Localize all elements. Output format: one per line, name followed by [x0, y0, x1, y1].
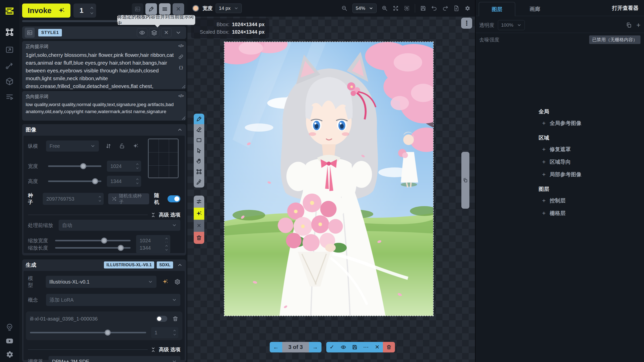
height-input[interactable]: 1344 [107, 176, 141, 187]
filters-button[interactable] [194, 196, 204, 208]
step-up-icon[interactable] [165, 237, 168, 240]
next-image-button[interactable]: → [309, 342, 321, 352]
step-down-icon[interactable] [136, 182, 139, 185]
seed-input[interactable]: 2097769753 [43, 193, 103, 205]
new-session-icon[interactable] [453, 5, 459, 11]
staging-drawer-handle[interactable] [461, 152, 469, 209]
add-regional-reference-image[interactable]: + 局部参考图像 [539, 171, 639, 178]
positive-prompt-box[interactable]: 正向提示词 1girl,solo,cherry blossoms,hair fl… [22, 41, 186, 89]
template-expand-button[interactable] [173, 28, 184, 37]
redo-icon[interactable] [442, 5, 448, 11]
step-up-icon[interactable] [136, 178, 139, 180]
fit-bbox-icon[interactable] [404, 5, 410, 11]
template-image-button[interactable] [25, 28, 35, 38]
add-regional-guidance[interactable]: + 区域导向 [539, 158, 639, 165]
step-up-icon[interactable] [165, 245, 168, 247]
add-inpaint-mask[interactable]: + 修复遮罩 [539, 146, 639, 153]
canvas-image[interactable] [224, 41, 434, 316]
step-down-icon[interactable] [136, 167, 139, 169]
fit-to-view-icon[interactable] [393, 5, 399, 11]
accept-image-button[interactable]: ✓ [326, 342, 338, 352]
model-select[interactable]: Illustrious-XL-v0.1 [46, 276, 157, 288]
pan-tool[interactable] [194, 156, 204, 166]
whats-new-icon[interactable] [5, 323, 15, 333]
queue-increment-icon[interactable] [90, 6, 94, 9]
preview-image-button[interactable] [338, 342, 349, 352]
model-sparkle-icon[interactable] [162, 279, 168, 285]
tab-layers[interactable]: 图层 [479, 2, 515, 16]
step-up-icon[interactable] [98, 196, 102, 198]
scale-before-select[interactable]: 自动 [59, 220, 180, 231]
brush-tool[interactable] [194, 114, 204, 124]
cancel-region-button[interactable]: ✕ [194, 220, 204, 232]
positive-prompt-resize-handle[interactable] [181, 84, 185, 88]
scaled-width-slider[interactable] [55, 240, 131, 241]
invoke-region-button[interactable] [194, 208, 204, 220]
positive-prompt-text[interactable]: 1girl,solo,cherry blossoms,hair flower,p… [26, 51, 177, 90]
chevron-up-icon[interactable] [177, 262, 183, 268]
canvas-context-menu-button[interactable]: ⋮ [461, 18, 472, 29]
rect-tool[interactable] [194, 135, 204, 145]
template-gallery-button[interactable] [132, 3, 143, 15]
template-close-button[interactable]: ✕ [173, 3, 184, 15]
prompt-syntax-icon[interactable]: </> [178, 94, 184, 99]
zoom-in-icon[interactable] [382, 5, 388, 11]
move-tool[interactable] [194, 145, 204, 156]
brush-width-select[interactable]: 14 px [216, 4, 242, 13]
model-settings-gear-icon[interactable] [174, 279, 180, 285]
discard-all-button[interactable] [383, 342, 395, 352]
image-advanced-options[interactable]: 高级 选项 [28, 211, 180, 218]
tab-gallery[interactable]: 画廊 [518, 2, 551, 16]
add-global-reference-image[interactable]: + 全局参考图像 [539, 120, 639, 127]
settings-icon[interactable] [5, 349, 15, 359]
brush-color-swatch[interactable] [192, 5, 199, 12]
discard-image-button[interactable]: ✕ [372, 342, 383, 352]
tab-canvas-icon[interactable] [5, 27, 15, 37]
lora-weight-slider[interactable] [30, 332, 146, 333]
invoke-button[interactable]: Invoke [22, 4, 70, 18]
zoom-level-select[interactable]: 54% [352, 4, 377, 13]
opacity-select[interactable]: 100% [498, 20, 525, 30]
negative-prompt-resize-handle[interactable] [181, 116, 185, 120]
unlock-aspect-icon[interactable] [119, 143, 125, 149]
tab-queue-icon[interactable] [5, 92, 15, 102]
tab-models-icon[interactable] [5, 76, 15, 86]
step-up-icon[interactable] [173, 329, 176, 332]
color-picker-tool[interactable] [194, 177, 204, 188]
add-lora-select[interactable]: 添加 LoRA [46, 294, 180, 306]
add-raster-layer[interactable]: + 栅格层 [539, 210, 639, 217]
optimize-size-icon[interactable] [133, 143, 139, 149]
height-slider[interactable] [48, 180, 101, 182]
queue-decrement-icon[interactable] [90, 12, 94, 15]
prompt-syntax-icon[interactable]: </> [178, 43, 184, 49]
step-down-icon[interactable] [165, 249, 168, 251]
tab-upscale-icon[interactable] [5, 45, 15, 55]
transform-tool[interactable] [194, 166, 204, 177]
swap-dimensions-icon[interactable] [105, 143, 111, 149]
invoke-logo-icon[interactable] [5, 6, 15, 16]
style-template-badge[interactable]: STYLE1 [38, 29, 62, 36]
generation-section-header[interactable]: 生成 ILLUSTRIOUS-XL-V0.1 SDXL [22, 259, 186, 270]
eraser-tool[interactable] [194, 124, 204, 135]
step-down-icon[interactable] [98, 200, 102, 202]
template-clear-button[interactable]: ✕ [161, 28, 172, 37]
lora-enabled-toggle[interactable] [156, 316, 167, 322]
width-slider[interactable] [48, 165, 101, 167]
add-layer-icon[interactable]: + [636, 22, 640, 28]
scaled-height-input[interactable]: 1344 [136, 242, 170, 253]
save-image-button[interactable] [349, 342, 360, 352]
tab-workflows-icon[interactable] [5, 61, 15, 71]
image-section-header[interactable]: 图像 [22, 124, 186, 135]
queue-count-stepper[interactable]: 1 [73, 4, 96, 18]
youtube-icon[interactable] [5, 336, 15, 346]
randomize-seed-button[interactable]: 随机生成种子 [108, 193, 149, 204]
scheduler-select[interactable]: DPM++ 2M SDE [49, 356, 180, 362]
width-input[interactable]: 1024 [107, 161, 141, 172]
more-options-button[interactable]: ⋯ [360, 342, 372, 352]
generation-advanced-options[interactable]: 高级 选项 [28, 346, 180, 353]
add-control-layer[interactable]: + 控制层 [539, 197, 639, 204]
scaled-height-slider[interactable] [55, 247, 131, 249]
undo-icon[interactable] [431, 5, 437, 11]
aspect-select[interactable]: Free [46, 141, 99, 152]
lora-weight-input[interactable]: 1 [151, 327, 178, 338]
